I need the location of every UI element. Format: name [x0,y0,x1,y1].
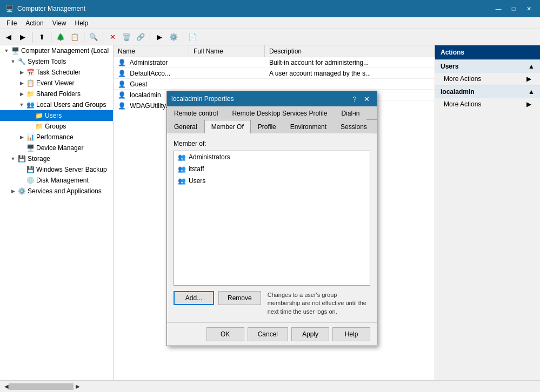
sidebar-item-device-manager[interactable]: 🖥️ Device Manager [0,143,113,153]
show-hide-tree-button[interactable]: 🌲 [54,31,67,44]
forward-button[interactable]: ▶ [16,31,29,44]
sidebar-item-shared-folders[interactable]: ▶ 📁 Shared Folders [0,89,113,99]
dialog-tabs-row2: General Member Of Profile Environment Se… [167,120,377,133]
tab-sessions[interactable]: Sessions [334,120,374,133]
member-item-administrators[interactable]: 👥 Administrators [174,151,370,163]
col-fullname-header[interactable]: Full Name [189,45,265,57]
sidebar-item-win-backup[interactable]: 💾 Windows Server Backup [0,164,113,175]
actions-section-users[interactable]: Users ▲ [435,59,540,73]
status-scrollbar[interactable] [9,383,74,390]
tab-remote-desktop[interactable]: Remote Desktop Services Profile [225,106,334,120]
menu-help[interactable]: Help [71,18,93,28]
help-button[interactable]: Help [332,327,370,341]
cancel-button[interactable]: Cancel [248,327,288,341]
run-button[interactable]: ▶ [153,31,166,44]
sidebar-item-users[interactable]: 📁 Users [0,110,113,121]
sidebar-label-device-manager: Device Manager [36,144,83,152]
col-name-header[interactable]: Name [114,45,189,57]
sidebar-label-win-backup: Windows Server Backup [36,166,107,173]
sidebar-label-event-viewer: Event Viewer [36,79,74,87]
sidebar-item-groups[interactable]: 📁 Groups [0,121,113,132]
expand-icon [17,144,26,152]
user-icon: 👤 [118,70,126,77]
list-item[interactable]: 👤 DefaultAcco... A user account managed … [114,68,435,79]
actions-users-label: Users [441,63,458,70]
cell-name: 👤 Administrator [114,58,189,67]
sidebar-label-system-tools: System Tools [28,58,66,65]
scroll-right-arrow[interactable]: ▶ [76,383,80,389]
list-item[interactable]: 👤 Administrator Built-in account for adm… [114,57,435,68]
remove-button[interactable]: Remove [218,291,261,305]
disk-mgmt-icon: 💿 [26,176,35,185]
tab-general-label: General [174,123,197,131]
row-name: DefaultAcco... [130,70,170,77]
sidebar-item-computer-mgmt[interactable]: ▼ 🖥️ Computer Management (Local [0,45,113,56]
sidebar-item-system-tools[interactable]: ▼ 🔧 System Tools [0,56,113,67]
tab-member-of[interactable]: Member Of [204,120,251,133]
properties-button[interactable]: 🗑️ [120,31,133,44]
dialog-close-button[interactable]: ✕ [361,94,372,104]
col-fullname-label: Full Name [194,48,223,55]
add-button[interactable]: Add... [174,291,214,305]
expand-icon: ▶ [17,68,26,77]
maximize-button[interactable]: □ [506,3,521,14]
help-button[interactable]: 🔗 [134,31,147,44]
actions-more-actions-users[interactable]: More Actions ▶ [435,73,540,85]
close-button[interactable]: ✕ [522,3,536,14]
tab-remote-control[interactable]: Remote control [167,106,225,120]
cell-name: 👤 DefaultAcco... [114,69,189,78]
back-button[interactable]: ◀ [2,31,15,44]
collapse-icon: ▲ [528,63,535,70]
apply-button[interactable]: Apply [291,327,329,341]
dialog-title-text: localadmin Properties [171,95,349,103]
expand-icon [26,111,35,120]
settings-button[interactable]: ⚙️ [167,31,180,44]
cell-desc: Built-in account for administering... [265,58,435,67]
cell-name: 👤 Guest [114,80,189,89]
member-item-itstaff[interactable]: 👥 itstaff [174,163,370,175]
tab-profile[interactable]: Profile [251,120,283,133]
dialog-help-button[interactable]: ? [349,94,361,104]
tab-environment[interactable]: Environment [283,120,334,133]
user-icon: 👤 [118,80,126,88]
sidebar-item-performance[interactable]: ▶ 📊 Performance [0,132,113,143]
scroll-left-arrow[interactable]: ◀ [4,383,9,389]
expand-icon [17,165,26,174]
system-tools-icon: 🔧 [17,57,26,66]
ok-button[interactable]: OK [206,327,244,341]
sidebar: ▼ 🖥️ Computer Management (Local ▼ 🔧 Syst… [0,45,114,380]
export-button[interactable]: 📄 [186,31,199,44]
sidebar-item-disk-mgmt[interactable]: 💿 Disk Management [0,175,113,186]
sidebar-label-computer-mgmt: Computer Management (Local [21,47,109,55]
actions-localadmin-label: localadmin [441,88,475,96]
minimize-button[interactable]: — [491,3,505,14]
sidebar-label-groups: Groups [45,123,66,130]
actions-section-localadmin[interactable]: localadmin ▲ [435,85,540,98]
new-window-button[interactable]: 🔍 [87,31,100,44]
menu-action[interactable]: Action [21,18,48,28]
tab-dial-in[interactable]: Dial-in [334,106,366,120]
member-item-users[interactable]: 👥 Users [174,175,370,187]
sidebar-item-task-scheduler[interactable]: ▶ 📅 Task Scheduler [0,67,113,78]
sidebar-item-local-users[interactable]: ▼ 👥 Local Users and Groups [0,99,113,110]
menu-file[interactable]: File [2,18,21,28]
menu-view[interactable]: View [48,18,71,28]
up-button[interactable]: ⬆ [35,31,48,44]
groups-folder-icon: 📁 [35,122,43,131]
col-desc-header[interactable]: Description [265,45,435,57]
toolbar-separator-3 [84,32,84,43]
sidebar-item-event-viewer[interactable]: ▶ 📋 Event Viewer [0,78,113,89]
sidebar-item-storage[interactable]: ▼ 💾 Storage [0,153,113,164]
member-list[interactable]: 👥 Administrators 👥 itstaff 👥 Users [174,151,370,286]
app-icon: 🖥️ [4,4,14,13]
task-scheduler-icon: 📅 [26,68,35,77]
actions-more-actions-localadmin[interactable]: More Actions ▶ [435,98,540,110]
tab-general[interactable]: General [167,120,204,133]
sidebar-item-services-apps[interactable]: ▶ ⚙️ Services and Applications [0,186,113,197]
list-item[interactable]: 👤 Guest [114,79,435,90]
localadmin-properties-dialog: localadmin Properties ? ✕ Remote control… [166,91,377,346]
menu-bar: File Action View Help [0,17,540,29]
show-hide-button[interactable]: 📋 [68,31,81,44]
computer-mgmt-icon: 🖥️ [11,46,19,55]
delete-button[interactable]: ✕ [106,31,119,44]
